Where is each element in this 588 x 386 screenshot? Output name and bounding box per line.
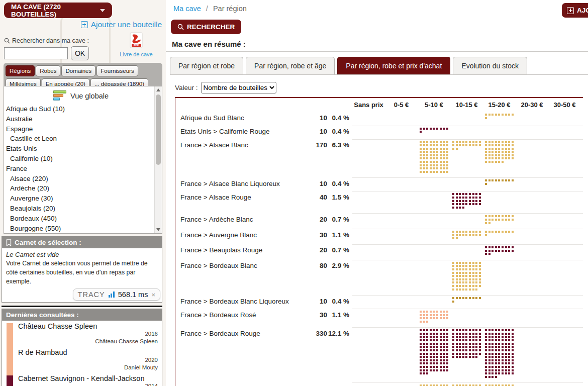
column-header-15-20: 15-20 €: [483, 98, 516, 112]
bucket-cell-10-15: [450, 112, 483, 126]
bucket-cell-5-10: [418, 191, 450, 214]
bucket-cell-15-20: [483, 244, 516, 260]
column-header-10-15: 10-15 €: [450, 98, 483, 112]
cave-search-label: Rechercher dans ma cave :: [4, 37, 89, 44]
region-item-etats-unis[interactable]: Etats Unis: [4, 144, 162, 154]
tab-par-région-et-robe[interactable]: Par région et robe: [170, 57, 243, 74]
region-item-espagne[interactable]: Espagne: [4, 124, 162, 134]
wine-producer: Château Chasse Spleen: [18, 338, 158, 345]
table-row-france-ardèche-blanc: France > Ardèche Blanc200.7 %: [175, 214, 583, 229]
bucket-cell-sans-prix: [352, 178, 385, 191]
add-bottle-button-label: AJOU: [577, 7, 588, 14]
region-item-californie-10[interactable]: Californie (10): [4, 154, 162, 164]
region-item-alsace-220[interactable]: Alsace (220): [4, 174, 162, 184]
value-select[interactable]: Nombre de bouteilles: [201, 82, 276, 93]
bucket-cell-30-50: [548, 178, 581, 191]
table-row-france-alsace-rouge: France > Alsace Rouge401.5 %: [175, 191, 583, 214]
search-ok-button[interactable]: OK: [71, 46, 89, 60]
row-label: France > Bordeaux Blanc Liquoreux: [175, 296, 299, 309]
region-item-afrique-du-sud-10[interactable]: Afrique du Sud (10): [4, 104, 162, 114]
row-label: France > Alsace Blanc: [175, 139, 299, 178]
waffle-dots: [452, 297, 482, 304]
wine-vintage: 2020: [18, 356, 158, 364]
global-view-link[interactable]: Vue globale: [53, 90, 162, 101]
wine-name: Cabernet Sauvignon - Kendall-Jackson: [18, 374, 158, 382]
add-bottle-label: Ajouter une bouteille: [91, 20, 162, 29]
table-header-row: Sans prix0-5 €5-10 €10-15 €15-20 €20-30 …: [175, 98, 583, 112]
bucket-cell-0-5: [385, 260, 418, 295]
row-bottle-count: 40: [299, 191, 328, 214]
my-cave-dropdown-button[interactable]: MA CAVE (2720 BOUTEILLES): [4, 3, 112, 18]
filter-tab-domaines[interactable]: Domaines: [61, 65, 95, 76]
bucket-cell-20-30: [516, 178, 548, 191]
bucket-cell-sans-prix: [352, 383, 385, 386]
waffle-dots: [420, 128, 450, 134]
add-bottle-link[interactable]: Ajouter une bouteille: [81, 20, 162, 29]
notebook-description: Votre Carnet de sélection vous permet de…: [6, 259, 152, 286]
bucket-cell-0-5: [385, 244, 418, 260]
bucket-cell-20-30: [516, 328, 548, 383]
bucket-cell-sans-prix: [352, 244, 385, 260]
bucket-cell-sans-prix: [352, 139, 385, 178]
row-bottle-count: 20: [299, 244, 328, 260]
filter-tab-robes[interactable]: Robes: [36, 65, 60, 76]
bucket-cell-clipped: [581, 229, 583, 245]
bucket-cell-0-5: [385, 383, 418, 386]
cave-search-input[interactable]: [4, 47, 68, 59]
column-header-clipped: [581, 98, 583, 112]
table-row-france-bordeaux-blanc: France > Bordeaux Blanc802.9 %: [175, 260, 583, 295]
waffle-dots: [420, 329, 450, 375]
region-item-australie[interactable]: Australie: [4, 114, 162, 124]
summary-title: Ma cave en résumé :: [172, 40, 588, 48]
bucket-cell-5-10: [418, 309, 450, 328]
region-item-ardèche-20[interactable]: Ardèche (20): [4, 183, 162, 194]
region-item-auvergne-30[interactable]: Auvergne (30): [4, 194, 162, 204]
wine-vintage: 2016: [18, 330, 158, 338]
filter-tab-fournisseurs[interactable]: Fournisseurs: [96, 65, 138, 76]
row-bottle-count: 80: [299, 260, 328, 295]
add-bottle-button-top[interactable]: AJOU: [562, 3, 588, 18]
region-item-france[interactable]: France: [4, 164, 162, 174]
row-bottle-count: 170: [299, 139, 328, 178]
selection-notebook-panel: Carnet de sélection : Le Carnet est vide…: [2, 236, 162, 303]
table-row-france-beaujolais-rouge: France > Beaujolais Rouge200.7 %: [175, 244, 583, 260]
tab-par-région-robe-et-âge[interactable]: Par région, robe et âge: [246, 57, 335, 74]
scroll-down-icon[interactable]: [155, 226, 162, 233]
region-list-scrollbar[interactable]: [154, 86, 162, 233]
filter-tab-régions[interactable]: Régions: [6, 65, 35, 76]
row-percentage: 0.4 %: [328, 126, 352, 139]
table-row-france-bordeaux-blanc-liquoreux: France > Bordeaux Blanc Liquoreux100.4 %: [175, 296, 583, 309]
search-button[interactable]: RECHERCHER: [171, 20, 241, 34]
plus-icon: [567, 7, 574, 14]
recent-wine-r-de-rambaud[interactable]: R de Rambaud2020Daniel Mouty: [2, 347, 162, 373]
tab-evolution-du-stock[interactable]: Evolution du stock: [453, 57, 527, 74]
region-item-castille-et-leon[interactable]: Castille et Leon: [4, 134, 162, 144]
wine-color-swatch: [7, 375, 13, 386]
waffle-dots: [452, 262, 482, 292]
recent-wine-château-chasse-spleen[interactable]: Château Chasse Spleen2016Château Chasse …: [2, 321, 162, 347]
bucket-cell-clipped: [581, 383, 583, 386]
breadcrumb-my-cave-link[interactable]: Ma cave: [173, 5, 201, 13]
row-label: France > Bordeaux Rouge: [175, 328, 299, 383]
value-label: Valeur :: [175, 84, 198, 91]
region-item-beaujolais-20[interactable]: Beaujolais (20): [4, 204, 162, 214]
recent-wine-cabernet-sauvignon-kendall-jackson[interactable]: Cabernet Sauvignon - Kendall-Jackson2014: [2, 373, 162, 386]
tracy-close-icon[interactable]: ×: [151, 291, 155, 299]
scroll-up-icon[interactable]: [155, 86, 162, 93]
waffle-dots: [485, 179, 515, 186]
bucket-cell-5-10: [418, 328, 450, 383]
scrollbar-thumb[interactable]: [156, 94, 161, 165]
notebook-empty-note: Le Carnet est vide: [6, 251, 158, 258]
table-row-france-bordeaux-rouge: France > Bordeaux Rouge33012.1 %: [175, 328, 583, 383]
tracy-debug-bar[interactable]: TRACY 568.1 ms ×: [73, 288, 160, 301]
pdf-icon: PDF: [129, 32, 144, 48]
cellar-book-link[interactable]: PDF Livre de cave: [120, 32, 153, 57]
region-item-bordeaux-450[interactable]: Bordeaux (450): [4, 214, 162, 224]
bucket-cell-30-50: [548, 112, 581, 126]
price-distribution-table: Sans prix0-5 €5-10 €10-15 €15-20 €20-30 …: [175, 98, 583, 386]
waffle-dots: [485, 246, 515, 256]
bucket-cell-sans-prix: [352, 309, 385, 328]
tab-par-région-robe-et-prix-d-achat[interactable]: Par région, robe et prix d'achat: [337, 57, 450, 74]
region-item-bourgogne-550[interactable]: Bourgogne (550): [4, 224, 162, 234]
region-list: Vue globale Afrique du Sud (10)Australie…: [4, 86, 162, 234]
